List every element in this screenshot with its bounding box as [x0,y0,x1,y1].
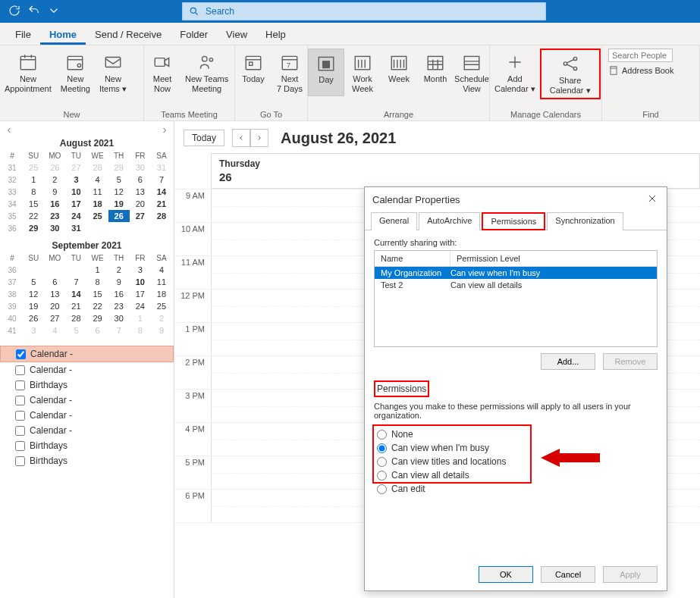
week-button[interactable]: Week [381,49,417,96]
new-meeting-button[interactable]: New Meeting [56,49,95,96]
prev-day-button[interactable] [232,129,250,147]
ok-button[interactable]: OK [479,566,533,583]
svg-rect-13 [323,61,330,68]
title-bar: Search [0,0,700,23]
perm-option-none[interactable]: None [374,427,658,441]
share-list-row[interactable]: My OrganizationCan view when I'm busy [375,267,657,279]
permissions-section-label: Permissions [374,380,429,397]
svg-marker-22 [541,449,600,467]
tab-help[interactable]: Help [256,24,295,45]
left-calendar-pane: August 2021#SUMOTUWETHFRSA31252627282930… [0,121,174,598]
next-7-days-button[interactable]: 7 Next 7 Days [272,49,308,96]
teams-icon [195,52,219,73]
svg-point-20 [573,67,576,70]
dialog-tab-general[interactable]: General [371,212,417,230]
calendar-people-icon [63,52,87,73]
col-name: Name [375,251,450,266]
col-permission: Permission Level [450,251,526,266]
annotation-arrow [541,443,601,475]
apply-button: Apply [603,566,658,583]
svg-rect-1 [20,56,36,69]
group-goto-label: Go To [235,108,307,121]
svg-rect-14 [355,56,370,69]
undo-icon[interactable] [27,4,41,20]
global-search[interactable]: Search [182,2,546,20]
calendar-icon [16,52,40,73]
search-icon [189,6,199,17]
dropdown-icon[interactable] [47,4,61,20]
svg-point-18 [563,62,567,65]
next-month-icon[interactable] [160,126,169,135]
calendar-list-item[interactable]: Calendar - [0,362,174,377]
next-day-button[interactable] [250,129,268,147]
dialog-title: Calendar Properties [372,194,460,205]
calendar-list-item[interactable]: Birthdays [0,438,174,453]
address-book-button[interactable]: Address Book [608,65,673,76]
calendar-list-item[interactable]: Calendar - [0,408,174,423]
calendar-list: Calendar - Calendar - Birthdays Calendar… [0,346,174,468]
new-appointment-button[interactable]: New Appointment [0,49,56,96]
share-calendar-button[interactable]: Share Calendar ▾ [540,49,601,99]
schedule-view-button[interactable]: Schedule View [454,49,490,96]
mini-calendar-august[interactable]: August 2021#SUMOTUWETHFRSA31252627282930… [0,136,174,239]
svg-point-6 [202,56,207,61]
group-new-label: New [0,108,143,121]
day-icon [314,52,338,74]
tab-home[interactable]: Home [40,24,86,45]
add-calendar-button[interactable]: Add Calendar ▾ [490,49,540,99]
mini-calendar-september[interactable]: September 2021#SUMOTUWETHFRSA36123437567… [0,239,174,341]
calendar-list-item[interactable]: Birthdays [0,453,174,468]
cancel-button[interactable]: Cancel [541,566,595,583]
svg-rect-8 [246,56,261,69]
meet-now-button[interactable]: Meet Now [144,49,180,96]
mail-icon [101,52,125,73]
svg-rect-2 [68,56,83,69]
sharing-with-label: Currently sharing with: [374,238,658,247]
tab-folder[interactable]: Folder [171,24,217,45]
tab-file[interactable]: File [6,24,40,45]
new-teams-meeting-button[interactable]: New Teams Meeting [180,49,233,96]
dialog-tab-permissions[interactable]: Permissions [482,212,545,230]
ribbon: New Appointment New Meeting New Items ▾ … [0,45,700,121]
svg-rect-16 [428,56,443,69]
remove-button: Remove [603,353,658,370]
calendar-list-item[interactable]: Calendar - [0,393,174,408]
group-find-label: Find [602,108,699,121]
day-view-button[interactable]: Day [308,49,344,96]
work-week-button[interactable]: Work Week [344,49,381,96]
month-button[interactable]: Month [417,49,454,96]
new-items-button[interactable]: New Items ▾ [95,49,131,96]
book-icon [608,65,619,76]
calendar-list-item[interactable]: Birthdays [0,377,174,393]
calendar-properties-dialog: Calendar Properties General AutoArchive … [364,186,667,591]
share-list-row[interactable]: Test 2Can view all details [375,279,657,291]
svg-point-0 [190,8,196,13]
calendar-7-icon: 7 [278,52,302,73]
add-button[interactable]: Add... [541,353,595,370]
date-heading: August 26, 2021 [281,130,396,147]
dialog-tab-autoarchive[interactable]: AutoArchive [419,212,480,230]
perm-option-titles[interactable]: Can view titles and locations [374,455,658,468]
permissions-note: Changes you make to these permissions wi… [374,402,658,420]
plus-icon [503,52,527,73]
dialog-tab-sync[interactable]: Synchronization [547,212,623,230]
dialog-close-button[interactable] [647,193,659,205]
week-icon [387,52,411,73]
calendar-list-item[interactable]: Calendar - [0,346,174,362]
calendar-list-item[interactable]: Calendar - [0,423,174,438]
svg-rect-17 [464,56,479,69]
today-button[interactable]: Today [235,49,272,96]
today-nav-button[interactable]: Today [184,130,224,146]
tab-sendreceive[interactable]: Send / Receive [86,24,171,45]
search-people-input[interactable] [608,49,673,62]
month-icon [423,52,447,73]
perm-option-edit[interactable]: Can edit [374,482,658,496]
svg-point-3 [78,64,81,67]
perm-option-details[interactable]: Can view all details [374,468,658,482]
perm-option-busy[interactable]: Can view when I'm busy [374,441,658,455]
tab-view[interactable]: View [217,24,256,45]
share-list[interactable]: Name Permission Level My OrganizationCan… [374,250,658,347]
prev-month-icon[interactable] [5,126,14,135]
workweek-icon [350,52,375,73]
sync-icon[interactable] [8,4,21,20]
